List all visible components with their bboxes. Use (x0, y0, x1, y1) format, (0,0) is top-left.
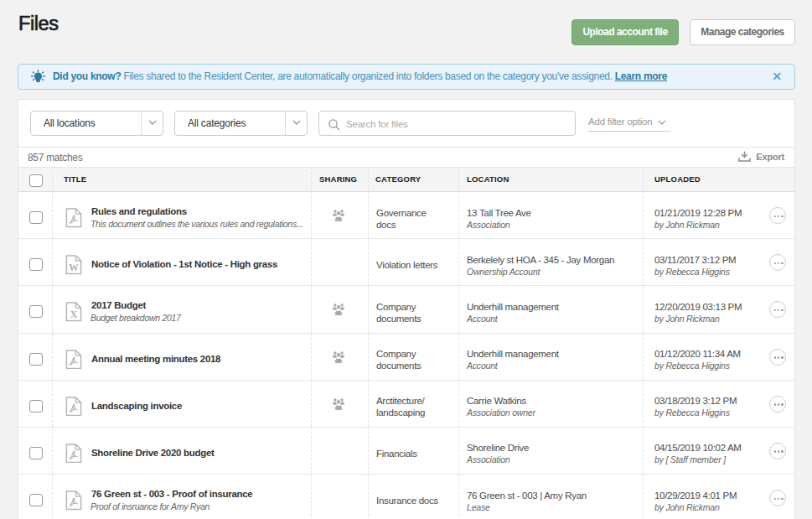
svg-text:X: X (70, 309, 77, 320)
svg-text:W: W (69, 262, 79, 273)
